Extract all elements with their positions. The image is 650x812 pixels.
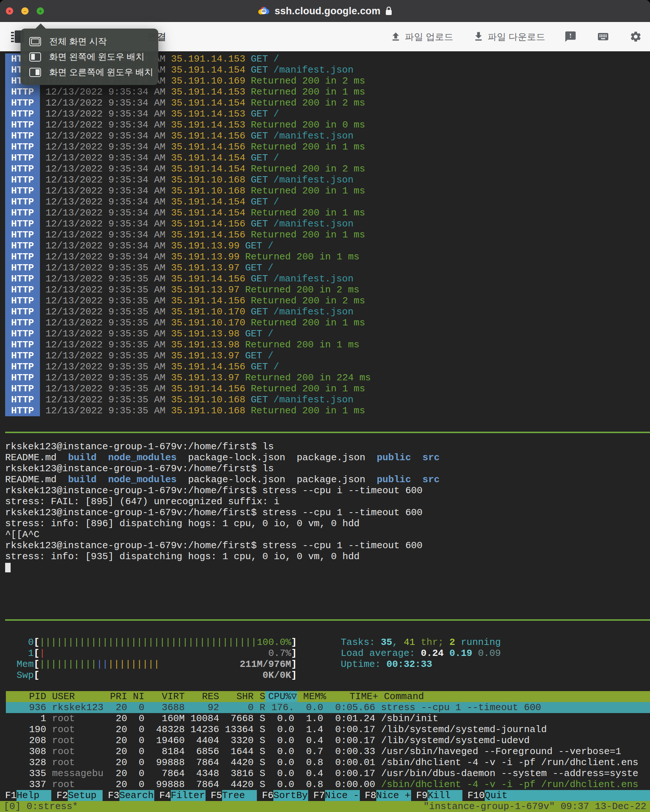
log-row: HTTP12/13/2022 9:35:35 AM35.191.14.156Re… xyxy=(5,383,650,394)
http-badge: HTTP xyxy=(5,218,40,229)
log-row: HTTP12/13/2022 9:35:34 AM35.191.10.168GE… xyxy=(5,174,650,185)
fkey-f1[interactable]: F1Help xyxy=(0,790,51,801)
tmux-status-bar: [0] 0:stress* "instance-group-1-679v" 09… xyxy=(0,801,650,812)
http-badge: HTTP xyxy=(5,339,40,350)
htop-summary: Tasks: 35, 41 thr; 2 runningLoad average… xyxy=(341,637,501,681)
fkey-f6[interactable]: F6SortBy xyxy=(257,790,308,801)
htop-meters: 0[||||||||||||||||||||||||||||||||||||||… xyxy=(6,637,322,681)
http-badge: HTTP xyxy=(5,163,40,174)
log-row: HTTP12/13/2022 9:35:35 AM35.191.13.98Ret… xyxy=(5,339,650,350)
log-row: HTTP12/13/2022 9:35:34 AM35.191.14.153GE… xyxy=(5,108,650,119)
log-row: HTTP12/13/2022 9:35:34 AM35.191.14.154Re… xyxy=(5,163,650,174)
fkey-f10[interactable]: F10Quit xyxy=(462,790,650,801)
titlebar: × – + ssh.cloud.google.com xyxy=(0,0,650,22)
process-table-header[interactable]: PIDUSERPRINIVIRTRESSHRSCPU%▽MEM%TIME+Com… xyxy=(6,691,650,702)
traffic-lights: × – + xyxy=(6,0,44,22)
minimize-button[interactable]: – xyxy=(21,7,29,15)
shell-line xyxy=(5,562,650,573)
http-badge: HTTP xyxy=(5,98,40,108)
menu-item-label: 화면 오른쪽에 윈도우 배치 xyxy=(49,66,153,78)
download-label: 파일 다운로드 xyxy=(488,31,545,43)
log-row: HTTP12/13/2022 9:35:35 AM35.191.14.156Re… xyxy=(5,295,650,306)
fkey-f7[interactable]: F7Nice - xyxy=(308,790,359,801)
log-row: HTTP12/13/2022 9:35:34 AM35.191.10.168Re… xyxy=(5,185,650,196)
browser-window: × – + ssh.cloud.google.com xyxy=(0,0,650,812)
upload-label: 파일 업로드 xyxy=(405,31,453,43)
file-download-button[interactable]: 파일 다운로드 xyxy=(473,31,545,43)
log-row: HTTP12/13/2022 9:35:35 AM35.191.10.168Re… xyxy=(5,405,650,416)
process-row[interactable]: 190root200483281423613364S0.01.40:00.17/… xyxy=(6,724,650,735)
log-row: HTTP12/13/2022 9:35:34 AM35.191.14.154Re… xyxy=(5,98,650,108)
fkey-f8[interactable]: F8Nice + xyxy=(360,790,411,801)
summary-row: Uptime: 00:32:33 xyxy=(341,659,501,670)
htop-meters-area: 0[||||||||||||||||||||||||||||||||||||||… xyxy=(6,637,650,681)
process-row[interactable]: 335messagebu200786443483816S0.00.40:00.1… xyxy=(6,768,650,779)
settings-button[interactable] xyxy=(630,31,642,43)
lock-icon xyxy=(385,6,392,16)
http-badge: HTTP xyxy=(5,208,40,218)
process-row[interactable]: 337root2009988878644420S0.00.80:00.00/sb… xyxy=(6,779,650,790)
window-placement-menu: 전체 화면 시작 화면 왼쪽에 윈도우 배치 화면 오른쪽에 윈도우 배치 xyxy=(20,29,158,85)
http-badge: HTTP xyxy=(5,328,40,339)
fkey-f3[interactable]: F3Search xyxy=(102,790,154,801)
shell-line: ^[[A^C xyxy=(5,529,650,540)
menu-item-tile-left[interactable]: 화면 왼쪽에 윈도우 배치 xyxy=(20,49,158,64)
log-row: HTTP12/13/2022 9:35:35 AM35.191.13.98GET… xyxy=(5,328,650,339)
htop-process-table: PIDUSERPRINIVIRTRESSHRSCPU%▽MEM%TIME+Com… xyxy=(6,691,650,790)
log-row: HTTP12/13/2022 9:35:35 AM35.191.10.168GE… xyxy=(5,394,650,405)
http-badge: HTTP xyxy=(5,372,40,383)
log-row: HTTP12/13/2022 9:35:34 AM35.191.14.156Re… xyxy=(5,229,650,240)
summary-row: Tasks: 35, 41 thr; 2 running xyxy=(341,637,501,648)
meter-row: 0[||||||||||||||||||||||||||||||||||||||… xyxy=(6,637,322,648)
menu-item-fullscreen[interactable]: 전체 화면 시작 xyxy=(20,34,158,49)
process-row[interactable]: 936rkskek1232003688920R176.0.00:05.66str… xyxy=(6,702,650,713)
shell-line: stress: FAIL: [895] (647) unrecognized s… xyxy=(5,496,650,507)
fkey-f4[interactable]: F4Filter xyxy=(154,790,206,801)
shell-line: rkskek123@instance-group-1-679v:/home/fi… xyxy=(5,507,650,518)
log-row: HTTP12/13/2022 9:35:34 AM35.191.13.99GET… xyxy=(5,240,650,251)
http-badge: HTTP xyxy=(5,273,40,284)
fkey-f5[interactable]: F5Tree xyxy=(206,790,257,801)
close-button[interactable]: × xyxy=(6,7,13,15)
menu-item-tile-right[interactable]: 화면 오른쪽에 윈도우 배치 xyxy=(20,64,158,80)
process-row[interactable]: 308root200818468561644S0.00.70:00.33/usr… xyxy=(6,746,650,757)
log-row: HTTP12/13/2022 9:35:35 AM35.191.13.97GET… xyxy=(5,263,650,273)
http-badge: HTTP xyxy=(5,108,40,119)
meter-row: Mem[|||||||||||||||||||||211M/976M] xyxy=(6,659,322,670)
http-badge: HTTP xyxy=(5,229,40,240)
url-title: ssh.cloud.google.com xyxy=(275,6,380,17)
fkey-f2[interactable]: F2Setup xyxy=(51,790,102,801)
shell-line: rkskek123@instance-group-1-679v:/home/fi… xyxy=(5,540,650,551)
shell-line: stress: info: [896] dispatching hogs: 1 … xyxy=(5,518,650,529)
fkey-f9[interactable]: F9Kill xyxy=(411,790,462,801)
summary-row: Load average: 0.24 0.19 0.09 xyxy=(341,648,501,659)
log-row: HTTP12/13/2022 9:35:35 AM35.191.13.97Ret… xyxy=(5,284,650,295)
tmux-host-time-label: "instance-group-1-679v" 09:37 13-Dec-22 xyxy=(424,801,647,812)
feedback-icon xyxy=(564,31,577,43)
http-badge: HTTP xyxy=(5,251,40,263)
http-badge: HTTP xyxy=(5,142,40,153)
zoom-button[interactable]: + xyxy=(37,7,44,15)
process-row[interactable]: 328root2009988878644420S0.00.80:00.01/sb… xyxy=(6,757,650,768)
http-badge: HTTP xyxy=(5,306,40,317)
terminal[interactable]: HTTP12/13/2022 9:35:34 AM35.191.14.153GE… xyxy=(0,51,650,812)
log-row: HTTP12/13/2022 9:35:35 AM35.191.13.97GET… xyxy=(5,350,650,361)
file-upload-button[interactable]: 파일 업로드 xyxy=(390,31,453,43)
http-badge: HTTP xyxy=(5,87,40,98)
log-row: HTTP12/13/2022 9:35:35 AM35.191.14.156GE… xyxy=(5,273,650,284)
http-badge: HTTP xyxy=(5,405,40,416)
http-badge: HTTP xyxy=(5,240,40,251)
http-badge: HTTP xyxy=(5,263,40,273)
log-row: HTTP12/13/2022 9:35:35 AM35.191.14.156GE… xyxy=(5,361,650,372)
feedback-button[interactable] xyxy=(564,31,577,43)
process-row[interactable]: 1root200160M100847668S0.01.00:01.24/sbin… xyxy=(6,713,650,724)
keyboard-button[interactable] xyxy=(596,31,610,43)
process-row[interactable]: 208root2001946044043320S0.00.40:00.17/li… xyxy=(6,735,650,746)
log-row: HTTP12/13/2022 9:35:35 AM35.191.10.170GE… xyxy=(5,306,650,317)
separator-line xyxy=(5,432,650,433)
htop-function-bar: F1HelpF2SetupF3SearchF4FilterF5TreeF6Sor… xyxy=(0,790,650,801)
title-group: ssh.cloud.google.com xyxy=(258,5,392,17)
log-row: HTTP12/13/2022 9:35:34 AM35.191.14.156Re… xyxy=(5,142,650,153)
http-badge: HTTP xyxy=(5,383,40,394)
http-badge: HTTP xyxy=(5,185,40,196)
